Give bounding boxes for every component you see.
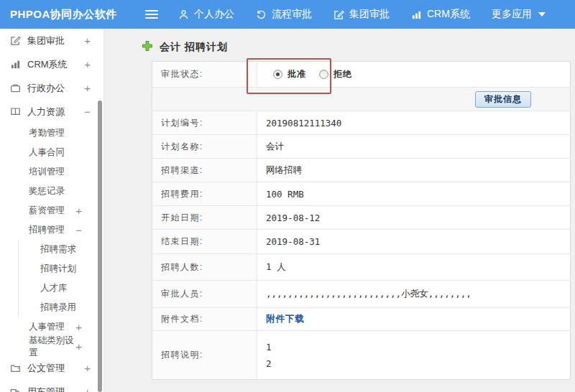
field-label: 招聘费用: [152, 182, 257, 205]
sidebar-item-label: 人才库 [40, 282, 68, 294]
briefcase-icon [9, 83, 21, 94]
sidebar-item-recruitment-hire[interactable]: 招聘录用 [19, 298, 104, 317]
recruitment-plan-form: 审批状态: 批准 拒绝 审批信息 [152, 61, 571, 380]
sidebar-item-crm[interactable]: CRM系统 + [0, 52, 104, 76]
nav-label: CRM系统 [427, 8, 470, 21]
expand-plus-icon[interactable]: + [75, 321, 82, 333]
sidebar-item-document-mgmt[interactable]: 公文管理 + [0, 356, 104, 380]
sidebar-item-label: 人事管理 [29, 321, 65, 333]
form-row-channel: 招聘渠道: 网络招聘 [152, 158, 570, 182]
sidebar-item-label: 公文管理 [27, 362, 65, 375]
field-value: 20190812111340 [257, 111, 570, 134]
form-row-description: 招聘说明: 1 2 [152, 330, 570, 379]
expand-plus-icon[interactable]: + [84, 82, 91, 94]
approval-radio-group: 批准 拒绝 [273, 68, 352, 80]
page-title-text: 会计 招聘计划 [160, 41, 228, 54]
field-value: 2019-08-31 [257, 230, 570, 253]
approval-status-value: 批准 拒绝 [257, 62, 570, 87]
sidebar-item-label: 招聘计划 [40, 263, 76, 275]
form-row-start-date: 开始日期: 2019-08-12 [152, 205, 570, 229]
sidebar-item-salary[interactable]: 薪资管理 + [0, 201, 104, 220]
field-label: 附件文档: [152, 308, 257, 330]
field-label: 招聘说明: [152, 331, 257, 379]
radio-unselected-icon[interactable] [319, 70, 328, 79]
nav-label: 个人办公 [194, 8, 234, 21]
field-value: 100 RMB [257, 182, 570, 205]
sidebar-item-reward-punishment[interactable]: 奖惩记录 [0, 182, 104, 201]
sidebar: 集团审批 + CRM系统 + 行政办公 + [0, 29, 104, 392]
book-icon [9, 106, 21, 118]
nav-process-approval[interactable]: 流程审批 [256, 8, 312, 21]
top-nav: 个人办公 流程审批 集团审批 [178, 8, 546, 21]
edit-icon [334, 9, 344, 20]
expand-plus-icon[interactable]: + [84, 362, 91, 374]
radio-reject[interactable]: 拒绝 [319, 68, 352, 80]
expand-plus-icon[interactable]: + [84, 34, 91, 47]
sidebar-item-label: 奖惩记录 [29, 185, 65, 197]
field-label: 招聘人数: [152, 254, 257, 280]
approve-info-button[interactable]: 审批信息 [475, 91, 531, 108]
sidebar-item-training[interactable]: 培训管理 [0, 162, 104, 182]
sidebar-item-recruitment-demand[interactable]: 招聘需求 [19, 240, 104, 259]
form-row-attachment: 附件文档: 附件下载 [152, 307, 570, 330]
main-content: 会计 招聘计划 审批状态: 批准 拒绝 [105, 29, 575, 392]
expand-plus-icon[interactable]: + [75, 340, 82, 353]
user-icon [178, 9, 189, 20]
sidebar-item-label: CRM系统 [27, 58, 68, 71]
field-label: 招聘渠道: [152, 159, 257, 182]
sidebar-item-group-approval[interactable]: 集团审批 + [0, 29, 104, 52]
truck-icon [9, 386, 21, 392]
field-label: 开始日期: [152, 206, 257, 229]
sidebar-item-admin-office[interactable]: 行政办公 + [0, 76, 104, 100]
form-row-cost: 招聘费用: 100 RMB [152, 182, 570, 205]
expand-plus-icon[interactable]: + [75, 205, 82, 217]
radio-label: 拒绝 [334, 68, 352, 80]
sidebar-item-attendance[interactable]: 考勤管理 [0, 123, 104, 143]
sidebar-scrollbar[interactable] [98, 101, 102, 392]
sidebar-item-talent-pool[interactable]: 人才库 [19, 279, 104, 298]
bar-chart-icon [9, 59, 21, 70]
sidebar-item-label: 集团审批 [27, 34, 65, 47]
sidebar-item-recruitment-plan[interactable]: 招聘计划 [19, 259, 104, 279]
field-label: 审批状态: [152, 62, 257, 87]
field-value: ,,,,,,,,,,,,,,,,,,,,,,,,,小尧女,,,,,,,, [257, 281, 570, 307]
expand-plus-icon[interactable]: + [84, 386, 91, 392]
nav-group-approval[interactable]: 集团审批 [334, 8, 390, 21]
nav-more-apps[interactable]: 更多应用 [492, 8, 546, 21]
sidebar-item-label: 招聘录用 [40, 302, 76, 314]
sidebar-item-hr-contract[interactable]: 人事合同 [0, 143, 104, 162]
form-row-end-date: 结束日期: 2019-08-31 [152, 229, 570, 253]
collapse-minus-icon[interactable]: − [84, 106, 91, 118]
nav-personal-office[interactable]: 个人办公 [178, 8, 234, 21]
collapse-minus-icon[interactable]: − [75, 224, 82, 236]
green-plus-icon [142, 40, 153, 55]
sidebar-item-label: 招聘需求 [40, 243, 76, 256]
app-window: PHPOA协同办公软件 个人办公 流程审批 [0, 0, 575, 392]
form-row-approval-status: 审批状态: 批准 拒绝 [152, 62, 570, 87]
sidebar-item-label: 培训管理 [29, 166, 65, 178]
sidebar-item-label: 招聘管理 [29, 224, 65, 236]
sidebar-item-label: 用车管理 [27, 386, 65, 392]
history-arrow-icon [256, 9, 267, 20]
page-title: 会计 招聘计划 [142, 40, 228, 55]
expand-plus-icon[interactable]: + [84, 58, 91, 70]
edit-icon [9, 35, 21, 47]
nav-crm-system[interactable]: CRM系统 [411, 8, 470, 21]
folder-icon [9, 363, 21, 374]
radio-selected-icon[interactable] [273, 70, 282, 79]
sidebar-item-vehicle-mgmt[interactable]: 用车管理 + [0, 380, 104, 392]
sidebar-item-recruitment[interactable]: 招聘管理 − [0, 220, 104, 240]
sidebar-item-human-resources[interactable]: 人力资源 − [0, 100, 104, 123]
radio-approve[interactable]: 批准 [273, 68, 306, 80]
field-value: 1 2 [257, 331, 570, 379]
sidebar-item-label: 人事合同 [29, 146, 65, 159]
bar-chart-icon [411, 9, 422, 20]
hamburger-menu-icon[interactable] [145, 10, 158, 19]
field-value: 附件下载 [257, 308, 570, 330]
sidebar-item-base-category[interactable]: 基础类别设置 + [0, 337, 104, 356]
attachment-download-link[interactable]: 附件下载 [266, 313, 305, 325]
form-row-headcount: 招聘人数: 1 人 [152, 253, 570, 280]
form-row-approvers: 审批人员: ,,,,,,,,,,,,,,,,,,,,,,,,,小尧女,,,,,,… [152, 280, 570, 307]
field-value: 1 人 [257, 254, 570, 280]
field-label: 计划编号: [152, 111, 257, 134]
